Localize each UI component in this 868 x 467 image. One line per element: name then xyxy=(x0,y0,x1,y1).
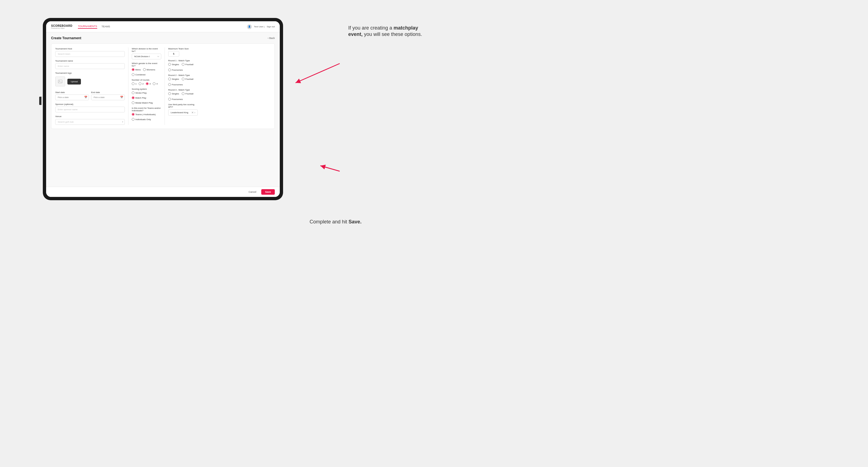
round1-match-type-group: Round 1 - Match Type Singles Fourball xyxy=(168,59,198,71)
column-divider-2 xyxy=(164,48,165,125)
nav-links: TOURNAMENTS TEAMS xyxy=(78,25,110,29)
round1-fourball-label: Fourball xyxy=(185,63,193,66)
form-grid: Tournament Host Tournament name Tourname… xyxy=(51,43,275,129)
sponsor-group: Sponsor (optional) xyxy=(55,103,125,113)
round2-foursomes-label: Foursomes xyxy=(172,84,183,86)
gender-mens-radio[interactable] xyxy=(132,68,134,71)
tablet-side-button xyxy=(39,97,41,105)
division-group: Which division is the event for? NCAA Di… xyxy=(132,48,161,59)
scoring-stroke-radio[interactable] xyxy=(132,91,134,94)
cancel-button[interactable]: Cancel xyxy=(246,189,259,195)
tournament-host-group: Tournament Host xyxy=(55,48,125,57)
svg-rect-0 xyxy=(58,80,62,83)
middle-right-columns: Which division is the event for? NCAA Di… xyxy=(128,48,198,125)
tournament-name-input[interactable] xyxy=(55,63,125,69)
gender-womens: Womens xyxy=(143,68,155,71)
event-teams-label: Teams (+Individuals) xyxy=(135,113,156,116)
annotation-right-bold: matchplay event, xyxy=(348,25,418,37)
event-teams-radio[interactable] xyxy=(132,113,134,116)
end-date-input[interactable] xyxy=(91,94,125,100)
api-select-display[interactable]: Leaderboard King ✕ › xyxy=(168,110,198,116)
brand-logo: SCOREBOARD Powered by clippit xyxy=(51,25,72,29)
round2-foursomes-radio[interactable] xyxy=(168,83,171,86)
upload-button[interactable]: Upload xyxy=(67,79,81,85)
round3-singles-radio[interactable] xyxy=(168,92,171,95)
brand-subtitle: Powered by clippit xyxy=(51,27,72,29)
round3-singles: Singles xyxy=(168,92,179,95)
round1-label: Round 1 - Match Type xyxy=(168,59,198,62)
round2-options: Singles Fourball Foursomes xyxy=(168,77,198,86)
gender-womens-radio[interactable] xyxy=(143,68,146,71)
round3-label: Round 3 - Match Type xyxy=(168,89,198,91)
nav-tournaments[interactable]: TOURNAMENTS xyxy=(78,25,97,29)
round3-foursomes-label: Foursomes xyxy=(172,98,183,100)
scoring-medal-radio[interactable] xyxy=(132,101,134,104)
gender-womens-label: Womens xyxy=(147,68,155,71)
logo-upload-area: Upload xyxy=(55,76,125,87)
round3-fourball-radio[interactable] xyxy=(182,92,184,95)
save-button[interactable]: Save xyxy=(261,189,275,195)
end-date-wrapper: 📅 xyxy=(91,94,125,100)
column-divider-1 xyxy=(128,48,128,125)
annotation-bottom: Complete and hit Save. xyxy=(310,219,379,225)
scoring-stroke-label: Stroke Play xyxy=(135,92,147,94)
round1-foursomes-label: Foursomes xyxy=(172,69,183,71)
round2-foursomes: Foursomes xyxy=(168,83,183,86)
round1-fourball: Fourball xyxy=(182,63,193,66)
scoring-medal-label: Medal Match Play xyxy=(135,102,153,104)
rounds-radio-group: 1 2 3 xyxy=(132,82,161,85)
tournament-name-label: Tournament name xyxy=(55,60,125,62)
calendar-icon-start: 📅 xyxy=(84,96,87,99)
round2-singles-radio[interactable] xyxy=(168,77,171,81)
event-individuals: Individuals Only xyxy=(132,118,151,121)
sponsor-input[interactable] xyxy=(55,106,125,113)
scoring-match-label: Match Play xyxy=(135,97,146,99)
gender-combined-label: Combined xyxy=(135,73,145,76)
round3-fourball-label: Fourball xyxy=(185,93,193,95)
event-individuals-radio[interactable] xyxy=(132,118,134,121)
round1-singles: Singles xyxy=(168,63,179,66)
gender-combined-radio[interactable] xyxy=(132,73,134,76)
gender-group: Which gender is the event for? Mens Wome… xyxy=(132,62,161,76)
api-remove-icon[interactable]: ✕ › xyxy=(191,111,195,114)
round1-fourball-radio[interactable] xyxy=(182,63,184,66)
round2-fourball-radio[interactable] xyxy=(182,77,184,81)
nav-signout[interactable]: Sign out xyxy=(267,25,275,28)
venue-input[interactable] xyxy=(55,119,125,125)
event-individuals-label: Individuals Only xyxy=(135,118,151,121)
rounds-1-radio[interactable] xyxy=(132,82,134,85)
tablet-screen: SCOREBOARD Powered by clippit TOURNAMENT… xyxy=(46,21,280,197)
rounds-4-label: 4 xyxy=(156,83,157,85)
event-type-radio-group: Teams (+Individuals) Individuals Only xyxy=(132,113,161,121)
division-select[interactable]: NCAA Division I xyxy=(132,54,161,59)
back-link[interactable]: ‹ Back xyxy=(268,37,275,39)
brand-title: SCOREBOARD xyxy=(51,25,72,27)
round1-singles-radio[interactable] xyxy=(168,63,171,66)
round1-foursomes-radio[interactable] xyxy=(168,68,171,71)
annotation-bottom-bold: Save. xyxy=(348,219,362,224)
tournament-name-group: Tournament name xyxy=(55,60,125,69)
scoring-radio-group: Stroke Play Match Play Medal Match Play xyxy=(132,91,161,104)
round2-singles: Singles xyxy=(168,77,179,81)
start-date-label: Start date xyxy=(55,91,65,94)
nav-teams[interactable]: TEAMS xyxy=(102,25,110,28)
rounds-3-radio[interactable] xyxy=(146,82,149,85)
round3-match-type-group: Round 3 - Match Type Singles Fourball xyxy=(168,89,198,100)
round2-fourball: Fourball xyxy=(182,77,193,81)
round-2: 2 xyxy=(138,82,143,85)
scoring-match-radio[interactable] xyxy=(132,96,134,99)
round1-options: Singles Fourball Foursomes xyxy=(168,63,198,71)
user-avatar: 👤 xyxy=(247,24,252,29)
rounds-4-radio[interactable] xyxy=(153,82,155,85)
rounds-2-radio[interactable] xyxy=(138,82,142,85)
start-date-input[interactable] xyxy=(55,94,89,100)
scoring-label: Scoring system xyxy=(132,88,161,90)
third-party-api-group: Use third-party live scoring API? Leader… xyxy=(168,103,198,116)
event-type-label: Is this event for Teams and/or Individua… xyxy=(132,107,161,112)
tournament-host-label: Tournament Host xyxy=(55,48,125,50)
round3-foursomes-radio[interactable] xyxy=(168,98,171,100)
tournament-host-input[interactable] xyxy=(55,51,125,57)
max-team-size-input[interactable] xyxy=(168,51,179,57)
start-date-wrapper: 📅 xyxy=(55,94,89,100)
form-column-left: Tournament Host Tournament name Tourname… xyxy=(55,48,125,125)
